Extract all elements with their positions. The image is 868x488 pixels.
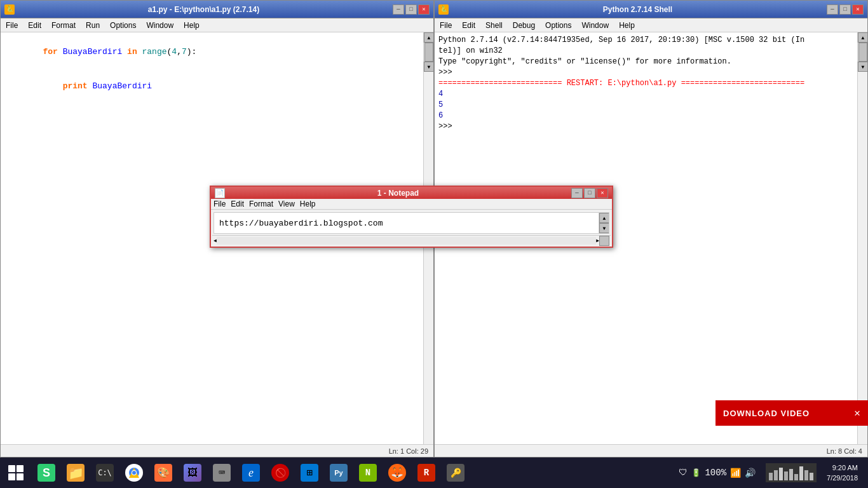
key-icon: 🔑 [447,464,465,482]
clock[interactable]: 9:20 AM 7/29/2018 [822,463,863,483]
start-button[interactable] [0,458,32,488]
firefox-icon: 🦊 [388,464,406,482]
shell-menu-file[interactable]: File [437,20,454,31]
bar-graph-area [766,463,817,482]
svg-rect-12 [810,473,813,480]
notepad-scrollbar-v[interactable]: ▲ ▼ [599,213,609,233]
sublime-icon: S [37,464,55,482]
editor-titlebar: 🐍 a1.py - E:\python\a1.py (2.7.14) ─ □ ✕ [1,1,433,18]
download-banner: DOWNLOAD VIDEO ✕ [715,400,868,426]
taskbar-app-red[interactable]: 🚫 [266,459,294,487]
editor-menu-file[interactable]: File [3,20,20,31]
speaker-tray-icon: 🔊 [745,468,756,478]
shell-menu-shell[interactable]: Shell [483,20,505,31]
download-banner-close[interactable]: ✕ [854,407,860,419]
shell-line-4: >>> [438,67,864,78]
taskbar-chrome[interactable] [120,459,148,487]
shell-close-button[interactable]: ✕ [852,4,864,15]
editor-scroll-track[interactable] [424,43,433,62]
svg-rect-5 [774,470,778,480]
shell-window-controls: ─ □ ✕ [827,4,864,15]
rog-icon: R [417,464,435,482]
shell-scroll-up[interactable]: ▲ [858,32,867,43]
shell-status-bar: Ln: 8 Col: 4 [435,444,867,457]
windows-store-icon: ⊞ [301,464,318,482]
taskbar-apps: S 📁 C:\ 🎨 🖼 [32,458,674,488]
editor-menu-run[interactable]: Run [83,20,102,31]
notepad-menu-edit[interactable]: Edit [231,200,244,208]
shell-scroll-thumb[interactable] [858,43,867,62]
notepad-menu-format[interactable]: Format [249,200,273,208]
notepad-maximize-button[interactable]: □ [584,188,595,198]
taskbar-python[interactable]: Py [325,459,353,487]
shell-prompt-final: >>> [438,121,864,132]
taskbar-cmd[interactable]: C:\ [91,459,119,487]
shell-window-icon: 🐍 [438,4,449,15]
shell-menu-window[interactable]: Window [579,20,611,31]
battery-percent: 100% [705,468,726,478]
tray-icons: 🛡 🔋 100% 📶 🔊 [674,468,761,478]
keyboard-icon: ⌨ [213,464,231,482]
notepad-scroll-down[interactable]: ▼ [599,223,609,233]
shell-scroll-track[interactable] [858,43,867,62]
editor-minimize-button[interactable]: ─ [393,4,404,15]
code-line-2: print BuayaBerdiri [3,69,431,104]
shell-menubar: File Edit Shell Debug Options Window Hel… [435,18,867,32]
editor-status-bar: Ln: 1 Col: 29 [1,444,433,457]
shell-menu-help[interactable]: Help [616,20,637,31]
shell-menu-debug[interactable]: Debug [510,20,538,31]
notepad-text-area[interactable]: https://buayaberdiri.blogspot.com ▲ ▼ [214,212,609,234]
editor-menu-help[interactable]: Help [181,20,202,31]
notepad-scrollbar-h[interactable]: ◀ ▶ [212,235,611,245]
notepad-menu-help[interactable]: Help [300,200,316,208]
shell-maximize-button[interactable]: □ [839,4,851,15]
notepad-menu-view[interactable]: View [278,200,295,208]
editor-menu-format[interactable]: Format [49,20,78,31]
shell-output-5: 5 [438,100,864,111]
svg-rect-7 [784,471,788,480]
editor-menu-edit[interactable]: Edit [25,20,44,31]
windows-logo-icon [8,465,24,480]
ie-icon: e [242,464,260,482]
editor-scroll-thumb[interactable] [424,43,433,62]
taskbar-ie[interactable]: e [237,459,265,487]
shell-scroll-down[interactable]: ▼ [858,62,867,72]
editor-scroll-down[interactable]: ▼ [424,62,433,72]
shell-line-3: Type "copyright", "credits" or "license(… [438,57,864,67]
svg-rect-11 [804,470,808,480]
notepad-minimize-button[interactable]: ─ [571,188,583,198]
taskbar-firefox[interactable]: 🦊 [383,459,411,487]
taskbar-paint[interactable]: 🎨 [149,459,177,487]
shell-status-text: Ln: 8 Col: 4 [827,447,862,455]
shell-scrollbar-v[interactable]: ▲ ▼ [857,32,867,444]
shell-menu-edit[interactable]: Edit [459,20,478,31]
taskbar-key[interactable]: 🔑 [442,459,470,487]
editor-close-button[interactable]: ✕ [418,4,430,15]
taskbar-photos[interactable]: 🖼 [179,459,207,487]
taskbar-nox[interactable]: N [354,459,382,487]
taskbar-keyboard[interactable]: ⌨ [208,459,236,487]
cmd-icon: C:\ [96,464,114,482]
editor-menu-options[interactable]: Options [107,20,139,31]
nox-icon: N [359,464,377,482]
svg-rect-9 [794,474,798,480]
taskbar-rog[interactable]: R [412,459,440,487]
taskbar-windows-store[interactable]: ⊞ [295,459,323,487]
photos-icon: 🖼 [184,464,201,482]
taskbar-folder[interactable]: 📁 [62,459,90,487]
taskbar-sublime[interactable]: S [32,459,60,487]
shell-menu-options[interactable]: Options [543,20,574,31]
notepad-title: 1 - Notepad [225,189,571,198]
notepad-close-button[interactable]: ✕ [597,188,608,198]
shield-tray-icon: 🛡 [679,468,688,478]
notepad-menu-file[interactable]: File [214,200,226,208]
editor-title: a1.py - E:\python\a1.py (2.7.14) [15,5,393,14]
svg-point-3 [132,471,136,475]
editor-maximize-button[interactable]: □ [405,4,417,15]
editor-menu-window[interactable]: Window [144,20,176,31]
notepad-menubar: File Edit Format View Help [211,199,612,210]
editor-scroll-up[interactable]: ▲ [424,32,433,43]
svg-rect-4 [769,473,773,480]
notepad-scroll-up[interactable]: ▲ [599,213,609,223]
shell-minimize-button[interactable]: ─ [827,4,838,15]
